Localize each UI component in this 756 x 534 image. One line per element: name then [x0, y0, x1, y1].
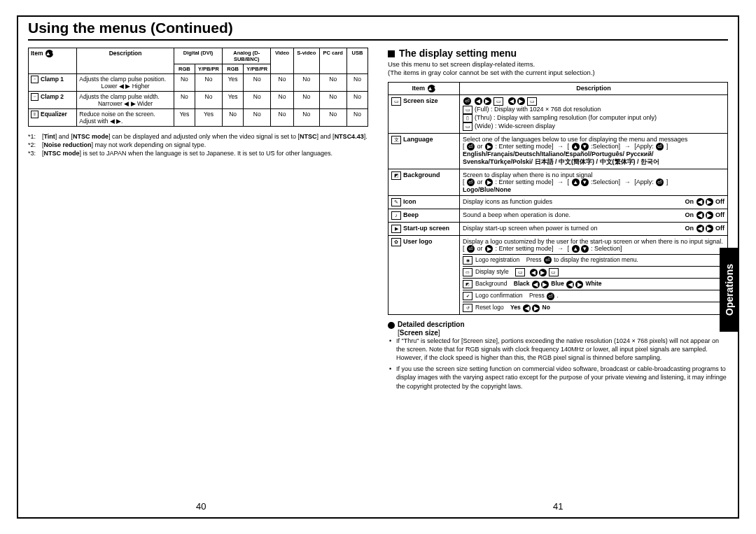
detailed-desc-body: •If "Thru" is selected for [Screen size]…	[388, 337, 728, 391]
right-column: The display setting menu Use this menu t…	[378, 48, 738, 513]
up-down-icon: ▲▼	[428, 85, 435, 92]
row-beep: ♪Beep Sound a beep when operation is don…	[388, 209, 728, 223]
page-title: Using the menus (Continued)	[28, 17, 728, 41]
row-language: 文Language Select one of the languages be…	[388, 133, 728, 169]
th-usb: USB	[346, 48, 368, 74]
wide-icon: ▭	[463, 122, 472, 131]
left-column: Item ▲▼ Description Digital (DVI) Analog…	[18, 48, 378, 513]
bullet-icon	[388, 322, 395, 329]
language-icon: 文	[391, 136, 401, 144]
row-userlogo: ✿User logo Display a logo customized by …	[388, 236, 728, 315]
th-digital: Digital (DVI)	[174, 48, 222, 64]
enter-icon: ⏎	[463, 97, 471, 105]
equalizer-icon: ≡	[31, 111, 38, 118]
startup-icon: ▶	[391, 225, 401, 233]
columns: Item ▲▼ Description Digital (DVI) Analog…	[18, 48, 738, 513]
clamp2-icon: ⎓	[31, 93, 38, 101]
page-frame: Using the menus (Continued) Item ▲▼ Desc…	[17, 15, 739, 519]
th-rgb1: RGB	[174, 64, 195, 74]
side-tab-operations: Operations	[720, 248, 739, 332]
detailed-desc-sub: [Screen size]	[398, 329, 728, 337]
row-equalizer: ≡Equalizer Reduce noise on the screen.Ad…	[29, 109, 368, 127]
display-setting-table: Item ▲▼Description ▭Screen size ⏎ ◀▶ ▭ ◀…	[388, 82, 728, 316]
th2-desc: Description	[460, 82, 728, 94]
th-svideo: S-video	[293, 48, 319, 74]
left-notes: *1:[Tint] and [NTSC mode] can be display…	[28, 132, 368, 157]
screensize-icon: ▭	[391, 97, 401, 106]
page-number-right: 41	[553, 501, 563, 512]
full-icon: ▭	[463, 106, 472, 114]
row-screen-size: ▭Screen size ⏎ ◀▶ ▭ ◀▶ ▭ ▭(Full) : Displ…	[388, 94, 728, 133]
thru-icon: ▯	[463, 114, 472, 122]
row-icon: ✎Icon Display icons as function guidesOn…	[388, 196, 728, 209]
square-bullet-icon	[388, 50, 395, 57]
left-table: Item ▲▼ Description Digital (DVI) Analog…	[28, 48, 368, 127]
section-title: The display setting menu	[388, 48, 728, 59]
up-down-icon: ▲▼	[46, 50, 53, 57]
page-number-left: 40	[196, 501, 206, 512]
th-description: Description	[77, 48, 174, 74]
userlogo-icon: ✿	[391, 238, 401, 246]
th-item: Item ▲▼	[29, 48, 77, 74]
th-rgb2: RGB	[223, 64, 244, 74]
beep-icon: ♪	[391, 211, 401, 220]
th-ypbpr1: Y/PB/PR	[195, 64, 222, 74]
th-video: Video	[271, 48, 293, 74]
th-analog: Analog (D-SUB/BNC)	[223, 48, 271, 64]
row-background: ◩Background Screen to display when there…	[388, 169, 728, 195]
row-startup: ▶Start-up screen Display start-up screen…	[388, 223, 728, 236]
th-ypbpr2: Y/PB/PR	[244, 64, 271, 74]
th2-item: Item ▲▼	[388, 82, 460, 94]
background-icon: ◩	[391, 171, 401, 180]
row-clamp2: ⎓Clamp 2 Adjusts the clamp pulse width.N…	[29, 92, 368, 109]
icon-icon: ✎	[391, 198, 401, 206]
clamp1-icon: ⎓	[31, 76, 38, 83]
detailed-desc-head: Detailed description	[388, 321, 728, 328]
intro: Use this menu to set screen display-rela…	[388, 60, 728, 78]
row-clamp1: ⎓Clamp 1 Adjusts the clamp pulse positio…	[29, 74, 368, 92]
th-pccard: PC card	[319, 48, 346, 74]
